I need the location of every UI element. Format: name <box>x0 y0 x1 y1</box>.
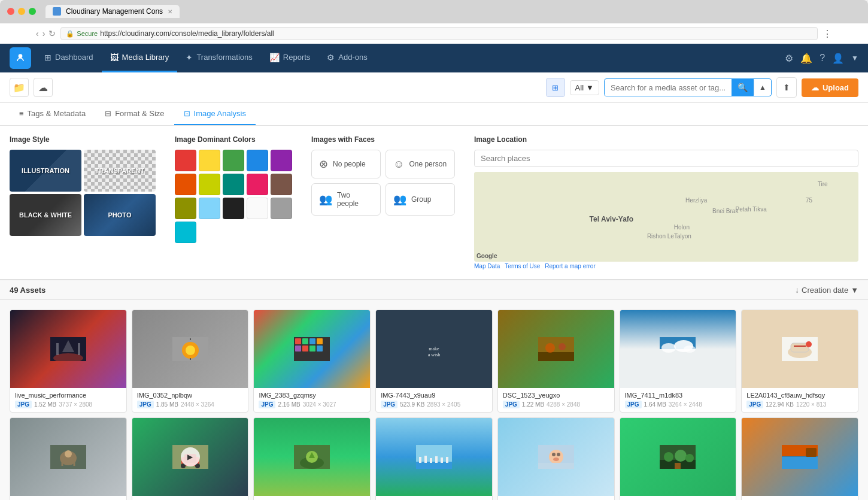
color-swatch-yellow[interactable] <box>199 150 220 171</box>
forward-button[interactable]: › <box>43 29 45 38</box>
address-bar[interactable]: 🔒 Secure https://cloudinary.com/console/… <box>60 27 818 40</box>
image-card-4[interactable]: DSC_1523_yeugxo JPG 1.22 MB 4288 × 2848 <box>497 310 615 413</box>
image-type-2: JPG <box>259 401 275 408</box>
report-map-error-link[interactable]: Report a map error <box>545 263 595 269</box>
terms-of-use-link[interactable]: Terms of Use <box>505 263 540 269</box>
image-placeholder-3: makea wish <box>376 310 492 388</box>
location-search-input[interactable] <box>474 150 858 167</box>
image-card-1[interactable]: IMG_0352_nplbqw JPG 1.85 MB 2448 × 3264 <box>132 310 249 413</box>
folder-icon-btn[interactable]: 📁 <box>10 78 29 97</box>
view-toggle-button[interactable]: ⊞ <box>546 78 565 97</box>
app-container: ⊞ Dashboard 🖼 Media Library ✦ Transforma… <box>0 44 868 500</box>
settings-icon[interactable]: ⚙ <box>785 53 793 64</box>
image-type-3: JPG <box>381 401 397 408</box>
image-card-3[interactable]: makea wish IMG-7443_x9uau9 JPG 523.9 KB … <box>375 310 493 413</box>
nav-logo[interactable] <box>10 47 31 69</box>
face-one-person[interactable]: ☺ One person <box>386 150 455 178</box>
image-info-8: IMG_1650_vlnhzi JPG <box>132 496 248 500</box>
minimize-dot[interactable] <box>18 8 25 15</box>
image-style-title: Image Style <box>10 135 156 144</box>
svg-point-68 <box>685 454 694 462</box>
refresh-button[interactable]: ↻ <box>48 29 56 38</box>
image-info-9: IMG_0045_dl8cts JPG <box>254 496 370 500</box>
image-card-0[interactable]: live_music_performance JPG 1.52 MB 3737 … <box>10 310 127 413</box>
tab-close-btn[interactable]: ✕ <box>168 8 172 15</box>
upload-icon: ☁ <box>811 83 819 92</box>
notifications-icon[interactable]: 🔔 <box>800 53 812 64</box>
color-swatch-gray[interactable] <box>271 198 292 219</box>
color-swatch-olive[interactable] <box>175 198 196 219</box>
tab-analysis-label: Image Analysis <box>194 109 246 118</box>
tab-format-size[interactable]: ⊟ Format & Size <box>95 103 174 125</box>
users-icon[interactable]: 👤 <box>832 53 844 64</box>
image-card-8[interactable]: ▶ IMG_1650_vlnhzi JPG <box>132 417 249 500</box>
color-swatch-lightblue[interactable] <box>199 198 220 219</box>
import-button[interactable]: ⬆ <box>776 77 797 98</box>
browser-window: Cloudinary Management Cons ✕ ‹ › ↻ 🔒 Sec… <box>0 0 868 500</box>
image-card-11[interactable]: IMG_6386_hqnypx JPG <box>497 417 615 500</box>
two-people-label: Two people <box>337 191 373 208</box>
image-card-7[interactable]: URI_5684_dzlb4a JPG <box>10 417 127 500</box>
color-swatch-teal[interactable] <box>223 174 244 195</box>
browser-tab[interactable]: Cloudinary Management Cons ✕ <box>45 5 180 18</box>
tab-tags-metadata[interactable]: ≡ Tags & Metadata <box>10 103 95 125</box>
sort-select[interactable]: ↓ Creation date ▼ <box>795 285 858 295</box>
face-no-people[interactable]: ⊗ No people <box>311 150 381 178</box>
search-button[interactable]: 🔍 <box>732 79 754 96</box>
play-button-8[interactable]: ▶ <box>181 447 200 466</box>
upload-button[interactable]: ☁ Upload <box>802 78 858 97</box>
back-button[interactable]: ‹ <box>36 29 39 38</box>
nav-item-dashboard[interactable]: ⊞ Dashboard <box>36 44 102 72</box>
map-bg: Tire Herzliya 75 Tel Aviv-Yafo Holon Ris… <box>474 172 858 262</box>
color-swatch-green[interactable] <box>223 150 244 171</box>
analysis-icon: ⊡ <box>184 109 190 118</box>
tab-format-label: Format & Size <box>115 109 164 118</box>
sort-dropdown-arrow: ▼ <box>851 286 858 295</box>
image-thumb-6 <box>742 310 858 388</box>
style-illustration[interactable]: ILLUSTRATION <box>10 150 81 192</box>
face-two-people[interactable]: 👥 Two people <box>311 183 381 216</box>
color-swatch-purple[interactable] <box>271 150 292 171</box>
color-swatch-orange[interactable] <box>175 174 196 195</box>
nav-item-addons[interactable]: ⚙ Add-ons <box>318 44 375 72</box>
style-bw[interactable]: BLACK & WHITE <box>10 194 81 236</box>
style-transparent[interactable]: TRANSPARENT <box>84 150 156 192</box>
tab-image-analysis[interactable]: ⊡ Image Analysis <box>174 103 256 125</box>
map-data-link[interactable]: Map Data <box>474 263 500 269</box>
style-photo[interactable]: PHOTO <box>84 194 156 236</box>
maximize-dot[interactable] <box>29 8 36 15</box>
search-options-button[interactable]: ▲ <box>754 80 771 95</box>
all-filter-select[interactable]: All ▼ <box>570 80 599 95</box>
image-card-2[interactable]: IMG_2383_gzqmsy JPG 2.16 MB 3024 × 3027 <box>253 310 371 413</box>
svg-rect-23 <box>538 352 574 361</box>
color-swatch-blue[interactable] <box>247 150 268 171</box>
nav-item-reports[interactable]: 📈 Reports <box>261 44 319 72</box>
search-input[interactable] <box>605 80 732 96</box>
image-size-0: 1.52 MB <box>34 401 56 408</box>
color-swatch-cyan[interactable] <box>175 222 196 243</box>
color-swatch-white[interactable] <box>247 198 268 219</box>
cloud-icon-btn[interactable]: ☁ <box>34 78 53 97</box>
nav-dropdown-arrow[interactable]: ▼ <box>851 54 858 62</box>
image-card-9[interactable]: IMG_0045_dl8cts JPG <box>253 417 371 500</box>
browser-menu-button[interactable]: ⋮ <box>823 28 832 40</box>
image-card-12[interactable]: IMG_1521_quke3t JPG <box>620 417 737 500</box>
close-dot[interactable] <box>7 8 14 15</box>
color-swatch-red[interactable] <box>175 150 196 171</box>
face-group[interactable]: 👥 Group <box>386 183 455 216</box>
image-card-13[interactable]: IMG_7500_log2dk JPG <box>741 417 858 500</box>
image-card-10[interactable]: IMG_0709_s5agbb JPG <box>375 417 493 500</box>
nav-item-transformations[interactable]: ✦ Transformations <box>177 44 260 72</box>
color-swatch-black[interactable] <box>223 198 244 219</box>
tags-icon: ≡ <box>19 109 24 118</box>
color-swatch-brown[interactable] <box>271 174 292 195</box>
color-swatch-pink[interactable] <box>247 174 268 195</box>
image-card-5[interactable]: IMG_7411_m1dk83 JPG 1.64 MB 3264 × 2448 <box>620 310 737 413</box>
image-type-6: JPG <box>746 401 763 408</box>
color-swatch-lime[interactable] <box>199 174 220 195</box>
nav-item-media-library[interactable]: 🖼 Media Library <box>102 44 178 72</box>
image-size-3: 523.9 KB <box>400 401 424 408</box>
help-icon[interactable]: ? <box>820 53 825 63</box>
image-card-6[interactable]: LE2A0143_cf8auw_hdfsqy JPG 122.94 KB 122… <box>741 310 858 413</box>
all-filter-arrow: ▼ <box>586 83 594 92</box>
